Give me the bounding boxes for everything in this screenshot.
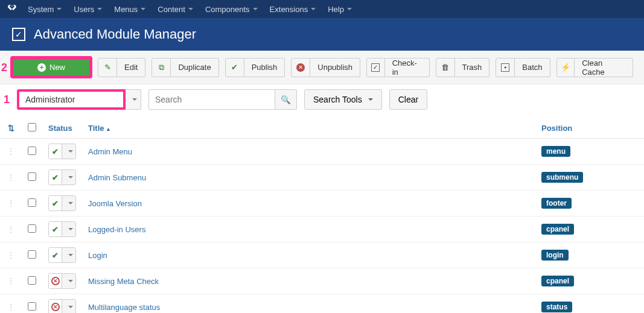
table-row: ⋮✔Loginlogin	[0, 242, 644, 268]
drag-handle-icon[interactable]: ⋮	[7, 147, 16, 156]
published-icon: ✔	[52, 147, 59, 156]
edit-icon: ✎	[104, 63, 111, 72]
search-input[interactable]	[148, 89, 275, 110]
nav-item-extensions[interactable]: Extensions	[264, 0, 322, 18]
chevron-down-icon	[368, 98, 373, 101]
status-toggle[interactable]: ✔	[48, 169, 76, 185]
publish-button[interactable]: ✔ Publish	[225, 58, 285, 77]
checkin-button[interactable]: ✓ Check-in	[366, 58, 429, 77]
clean-cache-button[interactable]: ⚡ Clean Cache	[556, 58, 633, 77]
duplicate-button[interactable]: ⧉ Duplicate	[151, 58, 218, 77]
status-toggle[interactable]: ✕	[48, 299, 76, 313]
nav-item-users[interactable]: Users	[68, 0, 108, 18]
module-title-link[interactable]: Admin Submenu	[88, 173, 146, 182]
drag-handle-icon[interactable]: ⋮	[7, 302, 16, 312]
client-select-caret[interactable]	[126, 89, 141, 110]
module-title-link[interactable]: Missing Meta Check	[88, 277, 159, 286]
row-checkbox[interactable]	[28, 172, 36, 181]
batch-button[interactable]: ▪ Batch	[496, 58, 550, 77]
position-badge: status	[541, 302, 572, 312]
published-icon: ✔	[52, 251, 59, 260]
unpublish-icon: ✕	[296, 63, 305, 72]
status-dropdown[interactable]	[62, 274, 75, 288]
chevron-down-icon	[347, 8, 352, 10]
status-toggle[interactable]: ✔	[48, 144, 76, 159]
row-checkbox[interactable]	[28, 302, 36, 311]
search-tools-button[interactable]: Search Tools	[304, 89, 382, 110]
status-toggle[interactable]: ✕	[48, 273, 76, 289]
nav-item-content[interactable]: Content	[151, 0, 199, 18]
nav-item-help[interactable]: Help	[322, 0, 358, 18]
sort-order-header[interactable]	[0, 118, 22, 139]
published-icon: ✔	[52, 173, 59, 182]
module-title-link[interactable]: Login	[88, 251, 107, 260]
table-row: ⋮✕Multilanguage statusstatus	[0, 294, 644, 314]
edit-button[interactable]: ✎ Edit	[98, 58, 145, 77]
select-all-checkbox[interactable]	[28, 123, 36, 131]
batch-icon: ▪	[501, 63, 509, 72]
status-toggle[interactable]: ✔	[48, 247, 76, 263]
drag-handle-icon[interactable]: ⋮	[7, 224, 16, 234]
status-dropdown[interactable]	[62, 222, 75, 236]
nav-item-menus[interactable]: Menus	[108, 0, 151, 18]
drag-handle-icon[interactable]: ⋮	[7, 198, 16, 208]
search-button[interactable]: 🔍	[275, 89, 297, 110]
status-toggle[interactable]: ✔	[48, 195, 76, 211]
modules-table: Status Title Position ⋮✔Admin Menumenu⋮✔…	[0, 118, 644, 313]
unpublish-button[interactable]: ✕ Unpublish	[291, 58, 360, 77]
position-badge: login	[541, 250, 569, 261]
nav-item-components[interactable]: Components	[199, 0, 264, 18]
status-dropdown[interactable]	[62, 170, 75, 185]
row-checkbox[interactable]	[28, 147, 36, 155]
table-row: ⋮✔Admin Menumenu	[0, 139, 644, 165]
published-icon: ✔	[52, 225, 59, 234]
row-checkbox[interactable]	[28, 276, 36, 285]
status-dropdown[interactable]	[62, 248, 75, 262]
publish-icon: ✔	[231, 63, 238, 72]
module-manager-icon: ✓	[12, 28, 25, 41]
clear-button[interactable]: Clear	[389, 89, 427, 110]
trash-icon: 🗑	[441, 63, 449, 72]
annotation-marker-2: 2	[1, 61, 7, 74]
row-checkbox[interactable]	[28, 224, 36, 233]
nav-item-system[interactable]: System	[22, 0, 68, 18]
unpublished-icon: ✕	[51, 277, 60, 285]
module-title-link[interactable]: Admin Menu	[88, 147, 132, 156]
table-row: ⋮✕Missing Meta Checkcpanel	[0, 268, 644, 294]
status-dropdown[interactable]	[62, 144, 75, 159]
annotation-marker-1: 1	[4, 93, 10, 106]
status-dropdown[interactable]	[62, 300, 75, 313]
position-header[interactable]: Position	[535, 118, 644, 139]
position-badge: footer	[541, 198, 572, 209]
drag-handle-icon[interactable]: ⋮	[7, 250, 16, 260]
trash-button[interactable]: 🗑 Trash	[436, 58, 490, 77]
select-all-header[interactable]	[22, 118, 42, 139]
page-header: ✓ Advanced Module Manager	[0, 18, 644, 51]
position-badge: cpanel	[541, 224, 574, 235]
row-checkbox[interactable]	[28, 198, 36, 207]
position-badge: menu	[541, 146, 570, 157]
new-button[interactable]: + New	[11, 57, 92, 78]
module-title-link[interactable]: Logged-in Users	[88, 225, 145, 234]
row-checkbox[interactable]	[28, 250, 36, 259]
position-badge: submenu	[541, 172, 583, 183]
status-header[interactable]: Status	[42, 118, 82, 139]
table-row: ⋮✔Joomla Versionfooter	[0, 191, 644, 217]
search-icon: 🔍	[281, 95, 291, 104]
module-title-link[interactable]: Multilanguage status	[88, 303, 160, 312]
chevron-down-icon	[311, 8, 316, 10]
client-select[interactable]: Administrator	[17, 89, 126, 110]
action-toolbar: 2 + New ✎ Edit ⧉ Duplicate ✔ Publish ✕ U…	[0, 51, 644, 84]
chevron-down-icon	[97, 8, 102, 10]
module-title-link[interactable]: Joomla Version	[88, 199, 142, 208]
chevron-down-icon	[141, 8, 145, 10]
chevron-down-icon	[253, 8, 258, 10]
joomla-logo-icon[interactable]	[7, 4, 17, 14]
position-badge: cpanel	[541, 276, 574, 286]
status-toggle[interactable]: ✔	[48, 221, 76, 237]
title-header[interactable]: Title	[82, 118, 535, 139]
table-row: ⋮✔Logged-in Userscpanel	[0, 217, 644, 242]
status-dropdown[interactable]	[62, 196, 75, 210]
drag-handle-icon[interactable]: ⋮	[7, 172, 16, 182]
drag-handle-icon[interactable]: ⋮	[7, 276, 16, 286]
